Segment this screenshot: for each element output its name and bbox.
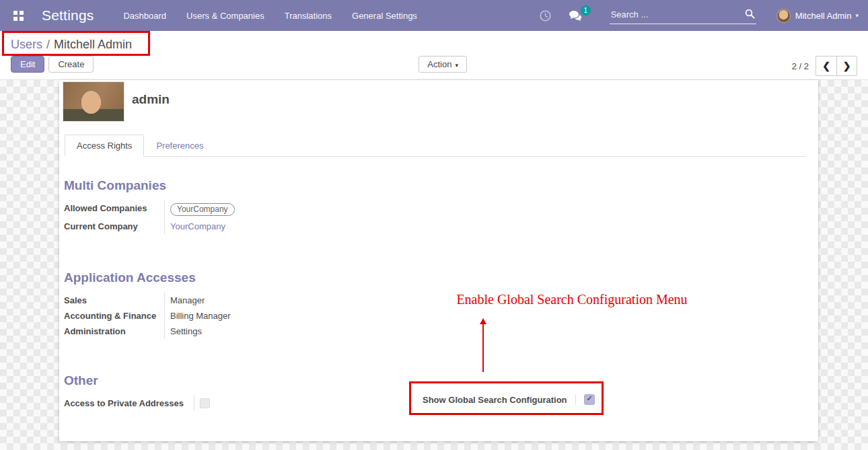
pager: 2 / 2 ❮ ❯ <box>792 56 857 76</box>
field-label: Show Global Search Configuration <box>423 395 567 405</box>
chevron-down-icon: ▾ <box>855 12 859 19</box>
search-input[interactable] <box>610 7 756 24</box>
nav-item-translations[interactable]: Translations <box>285 11 332 21</box>
field-label: Accounting & Finance <box>64 308 164 324</box>
grid-icon <box>13 11 24 21</box>
global-search-checkbox[interactable] <box>584 394 595 405</box>
chevron-down-icon: ▾ <box>455 62 458 69</box>
action-dropdown-button[interactable]: Action▾ <box>419 56 467 73</box>
field-row-allowed-companies: Allowed Companies YourCompany <box>64 200 400 219</box>
field-value: Settings <box>164 324 400 339</box>
section-multi-companies: Multi Companies Allowed Companies YourCo… <box>64 178 400 234</box>
section-heading: Application Accesses <box>64 270 400 285</box>
user-avatar <box>776 9 791 23</box>
field-label: Allowed Companies <box>64 200 164 219</box>
section-application-accesses: Application Accesses Sales Manager Accou… <box>64 270 400 339</box>
user-menu[interactable]: Mitchell Admin ▾ <box>776 9 859 23</box>
breadcrumb-separator: / <box>42 38 54 51</box>
user-name: Mitchell Admin <box>795 11 852 21</box>
main-menu: Dashboard Users & Companies Translations… <box>123 11 417 21</box>
edit-button[interactable]: Edit <box>11 56 44 73</box>
field-row-private-addresses: Access to Private Addresses <box>64 396 400 411</box>
user-photo <box>63 81 124 122</box>
field-row-administration: Administration Settings <box>64 324 400 339</box>
field-value: Manager <box>164 293 400 308</box>
search-icon[interactable] <box>745 9 755 22</box>
navbar-systray: 1 Mitchell Admin ▾ <box>522 7 859 24</box>
nav-item-dashboard[interactable]: Dashboard <box>123 11 166 21</box>
field-label: Current Company <box>64 219 164 234</box>
field-separator <box>575 394 576 405</box>
navbar-search <box>610 7 756 24</box>
app-name[interactable]: Settings <box>42 7 94 24</box>
clock-icon <box>540 10 551 22</box>
field-row-sales: Sales Manager <box>64 293 400 308</box>
company-tag: YourCompany <box>170 203 235 216</box>
pager-previous-button[interactable]: ❮ <box>816 56 836 76</box>
nav-item-users-companies[interactable]: Users & Companies <box>186 11 264 21</box>
breadcrumb-users-link[interactable]: Users <box>11 38 42 51</box>
control-panel: Users/Mitchell Admin Edit Create Action▾… <box>0 31 868 80</box>
control-panel-buttons-row: Edit Create Action▾ 2 / 2 ❮ ❯ <box>11 56 857 76</box>
message-badge: 1 <box>581 5 591 15</box>
field-row-current-company: Current Company YourCompany <box>64 219 400 234</box>
field-label: Sales <box>64 293 164 308</box>
notebook-tabs: Access Rights Preferences <box>65 135 806 157</box>
apps-menu-icon[interactable] <box>9 7 27 24</box>
field-row-global-search: Show Global Search Configuration <box>423 394 595 405</box>
field-row-accounting-finance: Accounting & Finance Billing Manager <box>64 308 400 324</box>
current-company-link[interactable]: YourCompany <box>170 221 225 231</box>
activities-icon[interactable] <box>540 10 551 22</box>
form-sheet: admin Access Rights Preferences Multi Co… <box>59 80 818 441</box>
record-title: admin <box>132 92 170 107</box>
section-heading: Multi Companies <box>64 178 400 193</box>
private-addresses-checkbox[interactable] <box>200 398 210 408</box>
nav-item-general-settings[interactable]: General Settings <box>352 11 417 21</box>
pager-next-button[interactable]: ❯ <box>836 56 857 76</box>
pager-counter: 2 / 2 <box>792 61 809 71</box>
field-value: Billing Manager <box>164 308 400 324</box>
breadcrumb-current: Mitchell Admin <box>54 38 132 51</box>
tab-preferences[interactable]: Preferences <box>144 135 215 157</box>
tab-access-rights[interactable]: Access Rights <box>65 135 144 157</box>
create-button[interactable]: Create <box>48 56 94 73</box>
section-other: Other Access to Private Addresses <box>64 373 400 411</box>
breadcrumb: Users/Mitchell Admin <box>11 35 857 56</box>
top-navbar: Settings Dashboard Users & Companies Tra… <box>0 0 868 31</box>
section-heading: Other <box>64 373 400 388</box>
field-label: Access to Private Addresses <box>64 396 194 411</box>
field-label: Administration <box>64 324 164 339</box>
form-view-background: admin Access Rights Preferences Multi Co… <box>0 80 868 450</box>
messages-icon[interactable]: 1 <box>569 10 583 22</box>
